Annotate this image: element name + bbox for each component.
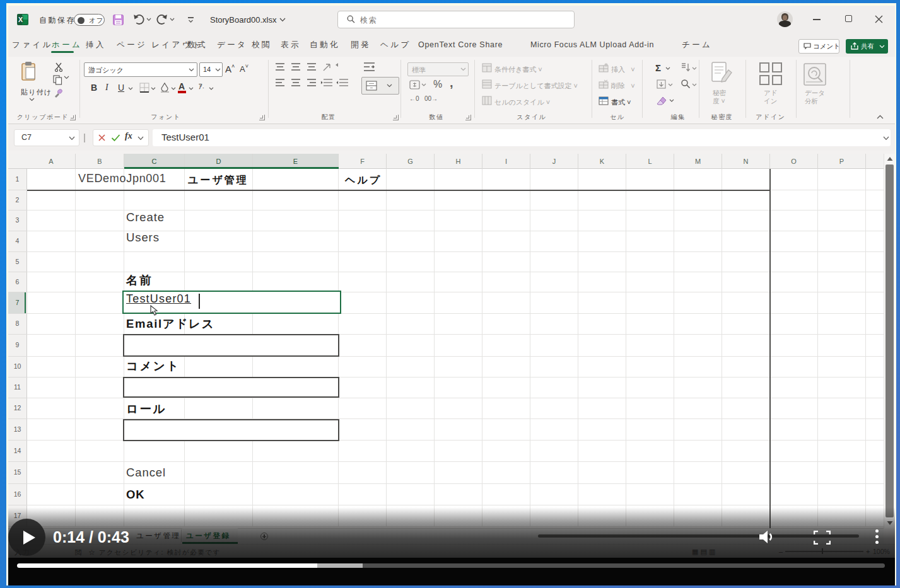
svg-text:X: X — [18, 16, 23, 23]
